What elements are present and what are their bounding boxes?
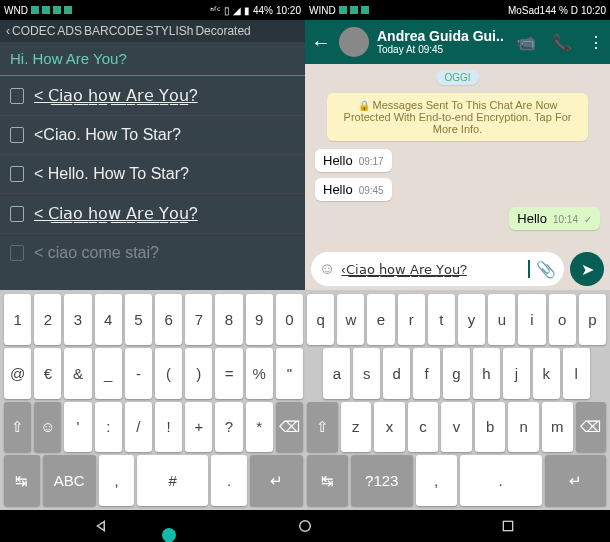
keyboard-key[interactable]: x bbox=[374, 402, 405, 453]
message-bubble-incoming[interactable]: Hello 09:45 bbox=[315, 178, 392, 201]
encryption-notice[interactable]: 🔒 Messages Sent To This Chat Are Now Pro… bbox=[327, 93, 588, 141]
keyboard-key[interactable]: u bbox=[488, 294, 515, 345]
keyboard-key[interactable]: ?123 bbox=[351, 455, 413, 506]
keyboard-key[interactable]: ) bbox=[185, 348, 212, 399]
keyboard-key[interactable]: h bbox=[473, 348, 500, 399]
font-style-item[interactable]: < C̲i̲a̲o̲ ̲h̲o̲w̲ ̲A̲r̲e̲ ̲Y̲o̲u̲? bbox=[0, 76, 305, 116]
keyboard-key[interactable]: ⌫ bbox=[576, 402, 607, 453]
keyboard-key[interactable]: / bbox=[125, 402, 152, 453]
keyboard-key[interactable]: 7 bbox=[185, 294, 212, 345]
keyboard-key[interactable]: a bbox=[323, 348, 350, 399]
keyboard-key[interactable]: 1 bbox=[4, 294, 31, 345]
tab-decorated[interactable]: Decorated bbox=[195, 24, 250, 38]
keyboard-key[interactable]: r bbox=[398, 294, 425, 345]
font-style-item[interactable]: < C̲i̲a̲o̲ ̲h̲o̲w̲ ̲A̲r̲e̲ ̲Y̲o̲u̲? bbox=[0, 194, 305, 234]
message-input-box[interactable]: ☺ ‹C̲i̲a̲o̲ ̲h̲o̲w̲ ̲A̲r̲e̲ ̲Y̲o̲u̲? 📎 bbox=[311, 252, 564, 286]
keyboard-key[interactable]: . bbox=[460, 455, 542, 506]
copy-icon[interactable] bbox=[10, 166, 24, 182]
keyboard-key[interactable]: : bbox=[95, 402, 122, 453]
keyboard-key[interactable]: - bbox=[125, 348, 152, 399]
keyboard-key[interactable]: s bbox=[353, 348, 380, 399]
keyboard-key[interactable]: v bbox=[441, 402, 472, 453]
keyboard-key[interactable]: y bbox=[458, 294, 485, 345]
keyboard-key[interactable]: _ bbox=[95, 348, 122, 399]
keyboard-key[interactable]: 0 bbox=[276, 294, 303, 345]
keyboard-key[interactable]: 9 bbox=[246, 294, 273, 345]
keyboard-key[interactable]: ↵ bbox=[545, 455, 607, 506]
keyboard-key[interactable]: ↹ bbox=[307, 455, 348, 506]
keyboard-key[interactable]: , bbox=[416, 455, 457, 506]
keyboard-key[interactable]: , bbox=[99, 455, 135, 506]
keyboard-key[interactable]: ! bbox=[155, 402, 182, 453]
copy-icon[interactable] bbox=[10, 88, 24, 104]
keyboard-key[interactable]: n bbox=[508, 402, 539, 453]
copy-icon[interactable] bbox=[10, 127, 24, 143]
keyboard-key[interactable]: g bbox=[443, 348, 470, 399]
keyboard-key[interactable]: ⇧ bbox=[4, 402, 31, 453]
keyboard-key[interactable]: ' bbox=[64, 402, 91, 453]
menu-icon[interactable]: ⋮ bbox=[588, 33, 604, 52]
keyboard-key[interactable]: j bbox=[503, 348, 530, 399]
emoji-icon[interactable]: ☺ bbox=[319, 260, 335, 278]
keyboard-key[interactable]: * bbox=[246, 402, 273, 453]
keyboard-key[interactable]: 2 bbox=[34, 294, 61, 345]
keyboard-key[interactable]: q bbox=[307, 294, 334, 345]
tab-codec[interactable]: CODEC bbox=[12, 24, 55, 38]
keyboard-key[interactable]: # bbox=[137, 455, 208, 506]
keyboard-key[interactable]: ↵ bbox=[250, 455, 303, 506]
tab-barcode[interactable]: BARCODE bbox=[84, 24, 143, 38]
avatar[interactable] bbox=[339, 27, 369, 57]
font-style-item[interactable]: < Hello. How To Star? bbox=[0, 155, 305, 194]
nav-home-icon[interactable] bbox=[293, 514, 317, 538]
video-call-icon[interactable]: 📹 bbox=[516, 33, 536, 52]
message-input-text[interactable]: ‹C̲i̲a̲o̲ ̲h̲o̲w̲ ̲A̲r̲e̲ ̲Y̲o̲u̲? bbox=[341, 262, 522, 277]
keyboard-key[interactable]: " bbox=[276, 348, 303, 399]
keyboard-key[interactable]: 3 bbox=[64, 294, 91, 345]
keyboard-key[interactable]: 5 bbox=[125, 294, 152, 345]
copy-icon[interactable] bbox=[10, 206, 24, 222]
keyboard-key[interactable]: = bbox=[215, 348, 242, 399]
back-chevron-icon[interactable]: ‹ bbox=[6, 24, 10, 38]
keyboard-key[interactable]: % bbox=[246, 348, 273, 399]
keyboard-key[interactable]: . bbox=[211, 455, 247, 506]
font-style-item[interactable]: <Ciao. How To Star? bbox=[0, 116, 305, 155]
send-button[interactable]: ➤ bbox=[570, 252, 604, 286]
keyboard-key[interactable]: w bbox=[337, 294, 364, 345]
tab-stylish[interactable]: STYLISh bbox=[145, 24, 193, 38]
font-input-area[interactable]: Hi. How Are You? bbox=[0, 42, 305, 76]
keyboard-key[interactable]: ? bbox=[215, 402, 242, 453]
voice-call-icon[interactable]: 📞 bbox=[552, 33, 572, 52]
keyboard-key[interactable]: b bbox=[475, 402, 506, 453]
keyboard-key[interactable]: ☺ bbox=[34, 402, 61, 453]
keyboard-key[interactable]: ⌫ bbox=[276, 402, 303, 453]
keyboard-key[interactable]: z bbox=[341, 402, 372, 453]
copy-icon[interactable] bbox=[10, 245, 24, 261]
chat-messages-area[interactable]: OGGI 🔒 Messages Sent To This Chat Are No… bbox=[305, 64, 610, 248]
keyboard-key[interactable]: k bbox=[533, 348, 560, 399]
keyboard-key[interactable]: ABC bbox=[43, 455, 96, 506]
tab-ads[interactable]: ADS bbox=[57, 24, 82, 38]
font-style-item[interactable]: < ciao come stai? bbox=[0, 234, 305, 273]
keyboard-key[interactable]: 4 bbox=[95, 294, 122, 345]
keyboard-key[interactable]: @ bbox=[4, 348, 31, 399]
keyboard-key[interactable]: ↹ bbox=[4, 455, 40, 506]
keyboard-key[interactable]: 8 bbox=[215, 294, 242, 345]
keyboard-key[interactable]: € bbox=[34, 348, 61, 399]
font-input-text[interactable]: Hi. How Are You? bbox=[10, 50, 295, 67]
keyboard-key[interactable]: m bbox=[542, 402, 573, 453]
keyboard-key[interactable]: i bbox=[518, 294, 545, 345]
contact-info[interactable]: Andrea Guida Gui.. Today At 09:45 bbox=[377, 29, 508, 55]
keyboard-key[interactable]: l bbox=[563, 348, 590, 399]
nav-back-icon[interactable] bbox=[90, 514, 114, 538]
keyboard-key[interactable]: ( bbox=[155, 348, 182, 399]
keyboard-key[interactable]: + bbox=[185, 402, 212, 453]
keyboard-key[interactable]: e bbox=[367, 294, 394, 345]
message-bubble-incoming[interactable]: Hello 09:17 bbox=[315, 149, 392, 172]
keyboard-key[interactable]: f bbox=[413, 348, 440, 399]
message-bubble-outgoing[interactable]: Hello 10:14 ✓ bbox=[509, 207, 600, 230]
keyboard-key[interactable]: o bbox=[549, 294, 576, 345]
keyboard-key[interactable]: d bbox=[383, 348, 410, 399]
nav-recent-icon[interactable] bbox=[496, 514, 520, 538]
keyboard-key[interactable]: p bbox=[579, 294, 606, 345]
keyboard-key[interactable]: ⇧ bbox=[307, 402, 338, 453]
